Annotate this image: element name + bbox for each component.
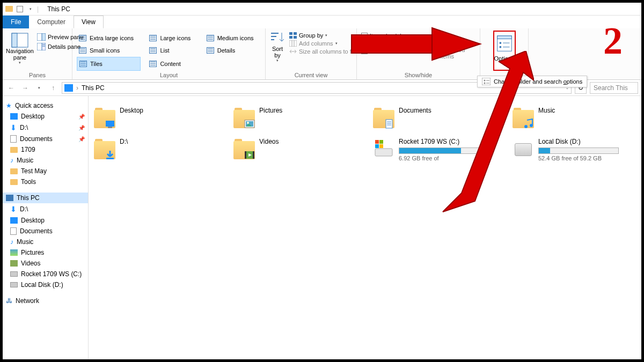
size-all-columns-button[interactable]: Size all columns to fit <box>288 48 355 55</box>
layout-small[interactable]: Small icons <box>77 45 141 57</box>
svg-rect-36 <box>386 120 392 128</box>
layout-extra-large[interactable]: Extra large icons <box>77 32 141 45</box>
sidebar-this-pc-videos[interactable]: Videos <box>3 258 88 269</box>
chevron-down-icon: ▾ <box>19 61 21 65</box>
qat-checkbox-icon[interactable] <box>16 5 24 13</box>
folder-icon <box>10 147 18 153</box>
group-current-view-label: Current view <box>270 71 352 79</box>
pin-icon: 📌 <box>78 136 85 142</box>
sort-by-button[interactable]: Sort by ▾ <box>270 31 285 71</box>
group-layout-label: Layout <box>77 71 261 79</box>
title-separator: | <box>37 5 39 13</box>
documents-folder-icon <box>373 107 394 128</box>
videos-icon <box>10 260 18 267</box>
group-show-hide: Item check boxes File name extensions Hi… <box>357 28 480 79</box>
music-folder-icon <box>513 107 534 128</box>
tile-music[interactable]: Music <box>513 107 631 128</box>
file-ext-toggle[interactable]: File name extensions <box>361 40 426 47</box>
options-tooltip: Change folder and search options <box>477 76 587 87</box>
disk-icon <box>513 138 534 159</box>
tile-drive-c[interactable]: Rocket 1709 WS (C:) 6.92 GB free of <box>373 138 491 161</box>
sidebar-item-desktop[interactable]: Desktop📌 <box>3 111 88 122</box>
nav-back-button[interactable]: ← <box>6 83 17 93</box>
star-icon: ★ <box>6 102 12 109</box>
hide-selected-button[interactable]: Hide selected items <box>429 31 465 71</box>
svg-rect-13 <box>289 36 292 39</box>
chevron-right-icon: › <box>76 84 78 92</box>
download-icon: ⬇ <box>10 123 17 132</box>
tile-drive-d[interactable]: Local Disk (D:) 52.4 GB free of 59.2 GB <box>513 138 631 161</box>
tile-d-folder[interactable]: D:\ <box>94 138 212 161</box>
layout-medium[interactable]: Medium icons <box>204 32 261 45</box>
sidebar-this-pc-cdrive[interactable]: Rocket 1709 WS (C:) <box>3 269 88 279</box>
sidebar-item-documents[interactable]: Documents📌 <box>3 134 88 144</box>
sidebar-item-d-drive[interactable]: ⬇D:\📌 <box>3 122 88 134</box>
svg-rect-32 <box>108 127 112 128</box>
music-icon: ♪ <box>10 238 13 246</box>
nav-up-button[interactable]: ↑ <box>48 83 58 93</box>
pictures-folder-icon <box>233 107 255 128</box>
layout-content[interactable]: Content <box>147 57 197 71</box>
title-bar: ▾ | This PC <box>3 3 641 16</box>
desktop-folder-icon <box>94 107 115 128</box>
sidebar-this-pc-pictures[interactable]: Pictures <box>3 247 88 258</box>
sidebar-this-pc[interactable]: This PC <box>3 193 88 203</box>
sidebar-quick-access[interactable]: ★Quick access <box>3 100 88 111</box>
desktop-icon <box>10 113 18 120</box>
options-button[interactable]: Options ▾ <box>493 31 516 71</box>
sidebar-this-pc-ddrive[interactable]: Local Disk (D:) <box>3 279 88 290</box>
sidebar-this-pc-d[interactable]: ⬇D:\ <box>3 203 88 215</box>
layout-tiles[interactable]: Tiles <box>77 57 141 71</box>
annotation-step-number: 2 <box>603 19 623 63</box>
group-show-hide-label: Show/hide <box>361 71 475 79</box>
group-panes: Navigation pane ▾ Preview pane Details p… <box>3 28 72 79</box>
tile-pictures[interactable]: Pictures <box>233 107 352 128</box>
crumb-this-pc[interactable]: This PC <box>82 84 105 92</box>
svg-rect-10 <box>271 39 274 40</box>
tab-view[interactable]: View <box>74 16 104 28</box>
sidebar-item-tools[interactable]: Tools <box>3 176 88 187</box>
svg-point-24 <box>499 46 501 48</box>
tile-videos[interactable]: Videos <box>233 138 352 161</box>
qat-dropdown-icon[interactable]: ▾ <box>26 5 35 13</box>
sidebar-network[interactable]: 🖧Network <box>3 295 88 306</box>
tab-computer[interactable]: Computer <box>29 16 74 28</box>
download-folder-icon <box>94 138 115 159</box>
layout-large[interactable]: Large icons <box>147 32 197 45</box>
disk-icon <box>10 271 18 277</box>
tab-file[interactable]: File <box>3 16 29 28</box>
pc-icon <box>64 84 73 92</box>
sidebar-this-pc-desktop[interactable]: Desktop <box>3 215 88 226</box>
sidebar: ★Quick access Desktop📌 ⬇D:\📌 Documents📌 … <box>3 96 89 359</box>
sidebar-item-1709[interactable]: 1709 <box>3 144 88 155</box>
tile-documents[interactable]: Documents <box>373 107 491 128</box>
drive-usage-bar <box>399 147 479 154</box>
svg-rect-47 <box>375 140 379 144</box>
sidebar-this-pc-documents[interactable]: Documents <box>3 226 88 237</box>
sidebar-this-pc-music[interactable]: ♪Music <box>3 237 88 247</box>
item-checkboxes-toggle[interactable]: Item check boxes <box>361 33 426 39</box>
layout-details[interactable]: Details <box>204 45 261 57</box>
svg-rect-12 <box>294 32 297 35</box>
svg-rect-1 <box>12 33 17 47</box>
add-columns-button[interactable]: Add columns ▾ <box>288 40 355 47</box>
search-input[interactable]: Search This <box>590 82 638 94</box>
layout-list[interactable]: List <box>147 45 197 57</box>
hidden-items-toggle[interactable]: Hidden items <box>361 48 426 54</box>
svg-point-41 <box>530 124 533 127</box>
sidebar-item-testmay[interactable]: Test May <box>3 166 88 176</box>
drive-usage-bar <box>538 147 619 154</box>
svg-rect-49 <box>375 144 379 148</box>
sidebar-item-music[interactable]: ♪Music <box>3 155 88 166</box>
nav-recent-button[interactable]: ▾ <box>34 83 45 93</box>
desktop-icon <box>10 217 18 224</box>
pin-icon: 📌 <box>78 125 85 131</box>
nav-forward-button[interactable]: → <box>20 83 31 93</box>
group-layout: Extra large icons Large icons Medium ico… <box>72 28 266 79</box>
navigation-pane-button[interactable]: Navigation pane ▾ <box>7 31 33 71</box>
group-options: Options ▾ Change folder and search optio… <box>480 28 529 79</box>
group-by-button[interactable]: Group by ▾ <box>288 32 355 39</box>
document-icon <box>10 227 17 235</box>
svg-rect-3 <box>42 33 46 41</box>
tile-desktop[interactable]: Desktop <box>94 107 212 128</box>
